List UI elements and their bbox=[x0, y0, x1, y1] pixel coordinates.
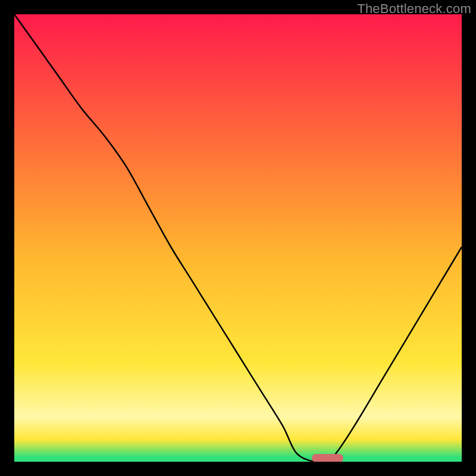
outer-frame: TheBottleneck.com bbox=[0, 0, 476, 476]
watermark-text: TheBottleneck.com bbox=[357, 1, 471, 17]
plot-area bbox=[14, 14, 462, 462]
optimal-marker bbox=[312, 454, 343, 462]
bottleneck-curve bbox=[14, 14, 462, 462]
